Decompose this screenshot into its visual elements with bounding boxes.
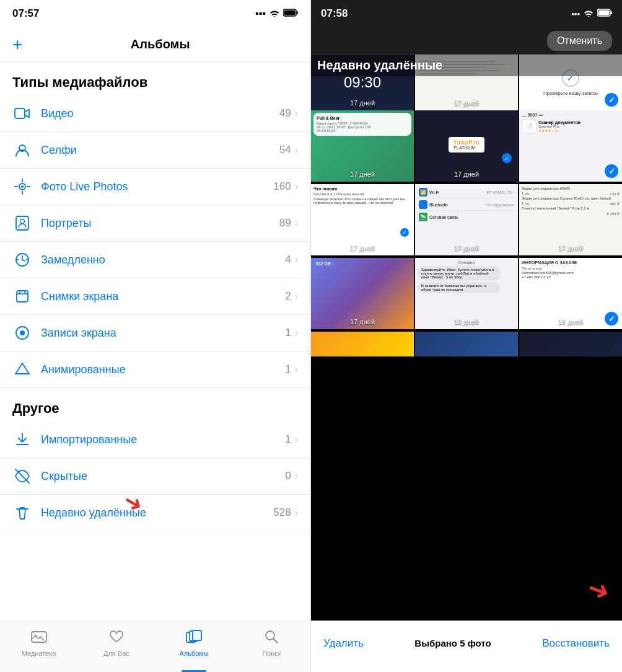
screenshots-count: 2 bbox=[285, 290, 291, 303]
animated-count: 1 bbox=[285, 363, 291, 376]
svg-line-25 bbox=[273, 639, 278, 643]
delete-button[interactable]: Удалить bbox=[323, 637, 364, 650]
photo-thumb-10[interactable]: 512 GB ↑ 17 дней bbox=[311, 258, 414, 329]
days-label-5: 17 дней bbox=[454, 170, 479, 178]
recently-deleted-banner: Недавно удалённые bbox=[311, 55, 622, 76]
svg-rect-14 bbox=[17, 291, 28, 302]
selfie-chevron: › bbox=[295, 144, 298, 156]
sidebar-item-video[interactable]: Видео 49 › bbox=[0, 95, 310, 132]
wifi-icon-right bbox=[584, 9, 594, 19]
import-icon bbox=[12, 430, 32, 449]
search-tab-icon bbox=[265, 630, 278, 647]
tab-mediateka-label: Медиатека bbox=[22, 650, 56, 657]
svg-rect-2 bbox=[297, 11, 298, 14]
imported-count: 1 bbox=[285, 433, 291, 446]
selfie-icon bbox=[12, 140, 32, 160]
tab-mediateka[interactable]: Медиатека bbox=[0, 621, 77, 672]
hidden-label: Скрытые bbox=[41, 470, 285, 483]
photo-thumb-4[interactable]: Pull & Bear Ваша карта *9597, 2 990 RUB … bbox=[311, 110, 414, 182]
screen-recordings-chevron: › bbox=[295, 327, 298, 338]
screen-record-icon bbox=[12, 323, 32, 343]
video-count: 49 bbox=[279, 107, 291, 120]
cancel-button[interactable]: Отменить bbox=[547, 31, 612, 51]
sidebar-item-recently-deleted[interactable]: Недавно удалённые 528 › ➜ bbox=[0, 495, 310, 531]
svg-rect-28 bbox=[611, 11, 612, 14]
photo-thumb-5[interactable]: Tinkoff.ru PLATINUM ✓ 17 дней bbox=[415, 110, 518, 182]
svg-point-12 bbox=[20, 219, 25, 224]
screenshots-chevron: › bbox=[295, 291, 298, 302]
status-bar-right: 07:58 ▪▪▪ bbox=[311, 0, 622, 27]
photo-grid: Pull & Bear Ваша карта *9597, 2 990 RUB … bbox=[311, 110, 622, 621]
status-bar-left: 07:57 ▪▪▪ bbox=[0, 0, 310, 27]
sidebar-item-hidden[interactable]: Скрытые 0 › bbox=[0, 458, 310, 495]
sidebar-item-live-photos[interactable]: Фото Live Photos 160 › bbox=[0, 169, 310, 205]
sidebar-item-screenshots[interactable]: Снимки экрана 2 › bbox=[0, 278, 310, 315]
photo-row-2: Что нового Версия 8.4.2 История версий К… bbox=[311, 184, 622, 255]
bottom-action-bar: Удалить Выбрано 5 фото Восстановить bbox=[311, 621, 622, 672]
svg-line-18 bbox=[15, 469, 29, 483]
tab-albums[interactable]: Альбомы bbox=[156, 621, 233, 672]
recently-deleted-count: 528 bbox=[273, 506, 291, 519]
hidden-count: 0 bbox=[285, 470, 291, 482]
cellular-icon: ▪▪▪ bbox=[255, 8, 266, 19]
battery-icon-left bbox=[283, 8, 298, 19]
photo-thumb-15[interactable] bbox=[519, 332, 622, 356]
days-label-2: 17 дней bbox=[454, 99, 479, 107]
section-media-header: Типы медиафайлов bbox=[0, 62, 310, 95]
sidebar-item-portraits[interactable]: Портреты 89 › bbox=[0, 205, 310, 242]
album-header: + Альбомы bbox=[0, 27, 310, 62]
hidden-icon bbox=[12, 466, 32, 486]
portraits-label: Портреты bbox=[41, 217, 279, 230]
days-label-9: 17 дней bbox=[558, 244, 583, 252]
right-panel: 07:58 ▪▪▪ Отменить 09:30 17 дней bbox=[311, 0, 622, 672]
live-photos-chevron: › bbox=[295, 181, 298, 192]
photo-thumb-11[interactable]: Сегодня Здравствуйте, Иван. Купите пожал… bbox=[415, 258, 518, 329]
sidebar-item-slow-motion[interactable]: Замедленно 4 › bbox=[0, 242, 310, 278]
tab-for-you[interactable]: Для Вас bbox=[77, 621, 155, 672]
tab-search[interactable]: Поиск bbox=[233, 621, 310, 672]
days-label-4: 17 дней bbox=[350, 170, 375, 178]
sidebar-item-imported[interactable]: Импортированные 1 › bbox=[0, 422, 310, 458]
status-icons-right: ▪▪▪ bbox=[571, 9, 612, 19]
sidebar-item-screen-recordings[interactable]: Записи экрана 1 › bbox=[0, 315, 310, 351]
portraits-chevron: › bbox=[295, 218, 298, 229]
photo-thumb-7[interactable]: Что нового Версия 8.4.2 История версий К… bbox=[311, 184, 414, 255]
album-tab-icon bbox=[186, 630, 202, 647]
photo-thumb-9[interactable]: Экран для радиатора 60х60 1 шт.233 ₽ Экр… bbox=[519, 184, 622, 255]
photo-thumb-14[interactable] bbox=[415, 332, 518, 356]
status-time-right: 07:58 bbox=[321, 7, 348, 20]
photo-tab-icon bbox=[31, 630, 47, 647]
restore-button[interactable]: Восстановить bbox=[542, 637, 610, 650]
tab-search-label: Поиск bbox=[262, 650, 281, 657]
photo-thumb-6[interactable]: .... 9597 ▪▪▪ 📄 Сканер документов Scanne… bbox=[519, 110, 622, 182]
photo-thumb-12[interactable]: ИНФОРМАЦИЯ О ЗАКАЗЕ Получатель Kuznefsov… bbox=[519, 258, 622, 329]
add-album-button[interactable]: + bbox=[12, 35, 22, 55]
photo-thumb-8[interactable]: 📶Wi-Fi RT-EW81-79 › 🔵Bluetooth Не подклю… bbox=[415, 184, 518, 255]
days-label-10: 17 дней bbox=[350, 318, 375, 325]
recently-deleted-title: Недавно удалённые bbox=[317, 58, 442, 72]
sidebar-item-animated[interactable]: Анимированные 1 › bbox=[0, 351, 310, 388]
svg-rect-1 bbox=[284, 11, 296, 15]
albums-title: Альбомы bbox=[22, 37, 298, 51]
live-photos-label: Фото Live Photos bbox=[41, 180, 273, 193]
imported-chevron: › bbox=[295, 434, 298, 445]
animated-chevron: › bbox=[295, 364, 298, 375]
svg-point-6 bbox=[21, 185, 24, 188]
screenshot-icon bbox=[12, 286, 32, 306]
hidden-chevron: › bbox=[295, 471, 298, 482]
portraits-count: 89 bbox=[279, 217, 291, 229]
days-label-1: 17 дней bbox=[350, 99, 375, 107]
status-time-left: 07:57 bbox=[12, 7, 39, 20]
photo-thumb-13[interactable] bbox=[311, 332, 414, 356]
status-icons-left: ▪▪▪ bbox=[255, 8, 298, 19]
top-action-bar-right: Отменить bbox=[311, 27, 622, 55]
sidebar-item-selfie[interactable]: Селфи 54 › bbox=[0, 132, 310, 169]
svg-rect-23 bbox=[193, 630, 201, 640]
photo-row-1: Pull & Bear Ваша карта *9597, 2 990 RUB … bbox=[311, 110, 622, 182]
svg-rect-3 bbox=[15, 108, 25, 118]
screen-recordings-label: Записи экрана bbox=[41, 327, 285, 340]
live-photos-count: 160 bbox=[273, 180, 291, 193]
portrait-icon bbox=[12, 213, 32, 233]
video-icon bbox=[12, 104, 32, 123]
imported-label: Импортированные bbox=[41, 433, 285, 446]
